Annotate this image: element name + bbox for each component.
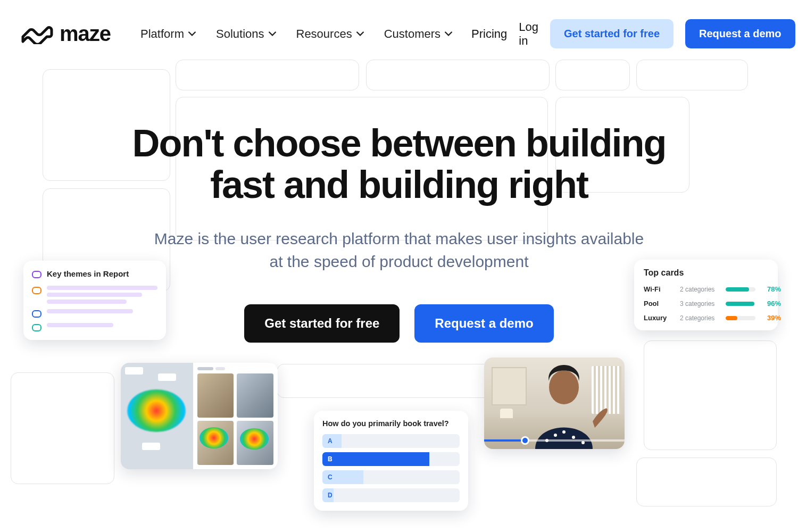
- top-card-row: Wi-Fi 2 categories 78%: [644, 285, 768, 293]
- listing-thumb: [237, 373, 273, 418]
- top-card-pct: 96%: [760, 300, 781, 307]
- survey-card: How do you primarily book travel? A B C …: [314, 411, 468, 511]
- video-playhead[interactable]: [521, 436, 529, 445]
- svg-point-4: [572, 436, 575, 439]
- nav-label: Solutions: [216, 27, 264, 41]
- nav-item-solutions[interactable]: Solutions: [216, 27, 276, 41]
- listing-thumb: [197, 421, 234, 465]
- top-cards-title: Top cards: [644, 268, 768, 278]
- survey-option-a: A: [322, 434, 460, 448]
- logo-wordmark: maze: [60, 22, 111, 46]
- heatmap-card: [121, 363, 278, 469]
- hero-headline: Don't choose between building fast and b…: [106, 123, 692, 206]
- top-card-pct: 78%: [760, 285, 781, 293]
- map-heatmap: [121, 363, 193, 469]
- main-nav: maze Platform Solutions Resources Custom…: [0, 0, 798, 48]
- theme-row: [32, 309, 157, 318]
- survey-option-d: D: [322, 488, 460, 502]
- svg-point-2: [562, 430, 566, 434]
- nav-item-platform[interactable]: Platform: [140, 27, 196, 41]
- chevron-down-icon: [356, 30, 364, 38]
- svg-point-0: [549, 370, 579, 404]
- nav-label: Customers: [384, 27, 440, 41]
- nav-label: Platform: [140, 27, 184, 41]
- nav-item-resources[interactable]: Resources: [296, 27, 364, 41]
- chat-bubble-icon: [32, 310, 41, 318]
- svg-point-1: [554, 434, 557, 437]
- nav-get-started-button[interactable]: Get started for free: [550, 19, 674, 48]
- hero-subtitle: Maze is the user research platform that …: [149, 227, 649, 273]
- nav-login[interactable]: Log in: [519, 20, 538, 48]
- listing-thumb: [237, 421, 273, 465]
- hero-get-started-button[interactable]: Get started for free: [244, 304, 400, 343]
- nav-item-customers[interactable]: Customers: [384, 27, 452, 41]
- top-card-pct: 39%: [760, 314, 781, 322]
- hero-request-demo-button[interactable]: Request a demo: [414, 304, 553, 343]
- survey-question: How do you primarily book travel?: [322, 419, 460, 428]
- survey-option-c: C: [322, 470, 460, 484]
- top-card-row: Pool 3 categories 96%: [644, 300, 768, 307]
- chevron-down-icon: [188, 30, 196, 38]
- video-timeline[interactable]: [484, 439, 625, 442]
- top-cards-card: Top cards Wi-Fi 2 categories 78% Pool 3 …: [634, 260, 778, 330]
- logo[interactable]: maze: [20, 22, 111, 46]
- chevron-down-icon: [445, 30, 452, 38]
- chat-bubble-icon: [32, 324, 41, 331]
- listing-grid: [193, 363, 278, 469]
- theme-row: [32, 286, 157, 304]
- chat-bubble-icon: [32, 271, 41, 278]
- nav-request-demo-button[interactable]: Request a demo: [685, 19, 795, 48]
- key-themes-card: Key themes in Report: [23, 261, 166, 340]
- theme-row: [32, 323, 157, 331]
- key-themes-title: Key themes in Report: [47, 269, 129, 278]
- user-video-card: [484, 358, 625, 449]
- listing-thumb: [197, 373, 234, 418]
- chevron-down-icon: [269, 30, 276, 38]
- chat-bubble-icon: [32, 287, 41, 294]
- nav-label: Resources: [296, 27, 352, 41]
- survey-option-b: B: [322, 452, 460, 466]
- maze-logo-icon: [20, 24, 53, 44]
- top-card-row: Luxury 2 categories 39%: [644, 314, 768, 322]
- nav-pricing[interactable]: Pricing: [471, 27, 507, 41]
